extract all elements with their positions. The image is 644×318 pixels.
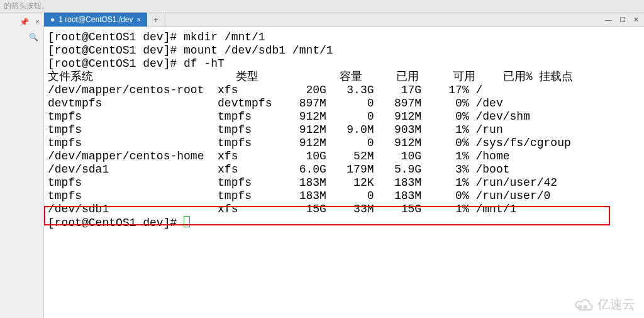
table-row: /dev/sda1 xfs 6.0G 179M 5.9G 3% /boot xyxy=(48,163,640,176)
tab-bar: ● 1 root@CentOS1:/dev × + — ☐ ✕ xyxy=(44,13,644,27)
tab-label: 1 root@CentOS1:/dev xyxy=(58,15,133,24)
window-close-button[interactable]: ✕ xyxy=(633,16,639,24)
svg-point-1 xyxy=(584,305,586,308)
tab-session-1[interactable]: ● 1 root@CentOS1:/dev × xyxy=(44,13,147,26)
side-panel: 📌 × 🔍 xyxy=(0,13,44,318)
watermark: 亿速云 xyxy=(572,296,635,313)
tab-close-icon[interactable]: × xyxy=(137,16,141,23)
tab-add-button[interactable]: + xyxy=(147,13,165,26)
prompt-line: [root@CentOS1 dev]# mkdir /mnt/1 xyxy=(48,31,640,44)
svg-point-0 xyxy=(579,305,581,308)
terminal-output[interactable]: [root@CentOS1 dev]# mkdir /mnt/1[root@Ce… xyxy=(44,27,644,318)
status-dot-icon: ● xyxy=(50,15,55,24)
minimize-button[interactable]: — xyxy=(605,16,612,23)
table-row: tmpfs tmpfs 912M 0 912M 0% /dev/shm xyxy=(48,110,640,123)
table-row: tmpfs tmpfs 912M 0 912M 0% /sys/fs/cgrou… xyxy=(48,137,640,150)
table-row: tmpfs tmpfs 183M 0 183M 0% /run/user/0 xyxy=(48,190,640,203)
close-panel-icon[interactable]: × xyxy=(35,18,40,26)
parent-frame-hint: 的箭头按钮。 xyxy=(0,0,644,13)
search-icon[interactable]: 🔍 xyxy=(29,33,38,42)
pin-icon[interactable]: 📌 xyxy=(19,18,29,26)
table-row: /dev/sdb1 xfs 15G 33M 15G 1% /mnt/1 xyxy=(48,203,640,216)
cloud-icon xyxy=(572,298,594,312)
table-row: /dev/mapper/centos-home xfs 10G 52M 10G … xyxy=(48,150,640,163)
table-row: devtmpfs devtmpfs 897M 0 897M 0% /dev xyxy=(48,97,640,110)
prompt-line: [root@CentOS1 dev]# xyxy=(48,216,640,229)
prompt-line: [root@CentOS1 dev]# mount /dev/sdb1 /mnt… xyxy=(48,44,640,57)
table-header: 文件系统 类型 容量 已用 可用 已用% 挂载点 xyxy=(48,71,640,84)
table-row: tmpfs tmpfs 912M 9.0M 903M 1% /run xyxy=(48,123,640,137)
maximize-button[interactable]: ☐ xyxy=(619,16,626,24)
window-controls: — ☐ ✕ xyxy=(605,13,644,26)
table-row: tmpfs tmpfs 183M 12K 183M 1% /run/user/4… xyxy=(48,176,640,190)
prompt-line: [root@CentOS1 dev]# df -hT xyxy=(48,57,640,71)
table-row: /dev/mapper/centos-root xfs 20G 3.3G 17G… xyxy=(48,84,640,97)
cursor xyxy=(184,216,190,227)
